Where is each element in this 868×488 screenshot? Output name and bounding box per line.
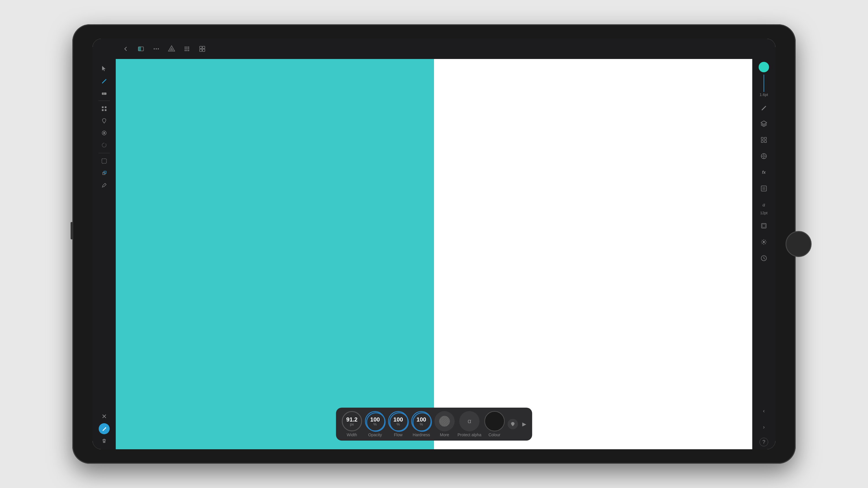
svg-rect-89 xyxy=(763,224,765,227)
separator-2 xyxy=(98,153,110,153)
hardness-label: Hardness xyxy=(412,432,430,437)
svg-point-18 xyxy=(185,46,186,48)
width-param[interactable]: 91.2 px Width xyxy=(342,411,362,437)
magic-wand-button[interactable] xyxy=(758,236,769,248)
eraser-tool[interactable] xyxy=(99,87,110,98)
hardness-circle[interactable]: 100 % xyxy=(411,411,431,431)
svg-rect-83 xyxy=(761,140,763,142)
protect-alpha-label: Protect alpha xyxy=(458,432,482,437)
dropper-tool[interactable] xyxy=(99,128,110,138)
eyedropper-tool[interactable] xyxy=(99,180,110,191)
color-circle[interactable] xyxy=(758,62,769,72)
colour-param[interactable]: Colour xyxy=(484,411,505,437)
nav-prev-button[interactable]: ‹ xyxy=(758,405,769,416)
active-brush-indicator[interactable] xyxy=(99,423,110,434)
canvas-left-bg xyxy=(116,59,434,449)
svg-rect-27 xyxy=(199,46,202,48)
more-options-button[interactable] xyxy=(151,43,162,54)
flow-circle[interactable]: 100 % xyxy=(388,411,408,431)
svg-point-14 xyxy=(156,48,157,50)
lasso-tool[interactable] xyxy=(99,140,110,151)
svg-rect-5 xyxy=(105,109,106,111)
svg-point-25 xyxy=(186,50,187,51)
trash-tool[interactable] xyxy=(99,435,110,446)
effects-button[interactable]: fx xyxy=(758,167,769,178)
canvas-thumbnail-button[interactable] xyxy=(135,43,146,54)
colour-label: Colour xyxy=(488,432,500,437)
width-circle[interactable]: 91.2 px xyxy=(342,411,362,431)
layers-button[interactable] xyxy=(758,118,769,129)
right-toolbar: 1.6pt xyxy=(752,39,775,449)
smudge-refill-button[interactable] xyxy=(507,419,518,429)
side-button[interactable] xyxy=(71,222,73,239)
svg-point-7 xyxy=(103,132,105,134)
canvas-area[interactable]: 91.2 px Width 100 % Opacity xyxy=(116,59,752,449)
more-param[interactable]: More xyxy=(434,411,455,437)
right-brushes-button[interactable] xyxy=(758,134,769,145)
width-label: Width xyxy=(347,432,357,437)
selection-tool[interactable] xyxy=(99,156,110,166)
svg-point-75 xyxy=(390,413,408,431)
help-button[interactable]: ? xyxy=(760,438,768,446)
svg-point-19 xyxy=(186,46,187,48)
brush-size-panel: 1.6pt xyxy=(760,74,768,97)
pen-tool[interactable] xyxy=(99,75,110,86)
text-tool-panel: a 12pt xyxy=(758,199,769,215)
ipad-device: ✕ xyxy=(72,24,796,464)
svg-point-15 xyxy=(158,48,159,50)
opacity-param[interactable]: 100 % Opacity xyxy=(365,411,385,437)
svg-point-24 xyxy=(185,50,186,51)
text-size-label: 12pt xyxy=(760,211,767,215)
alpha-symbol: α xyxy=(468,418,471,425)
left-toolbar: ✕ xyxy=(93,39,116,449)
hardness-progress-ring xyxy=(411,411,433,433)
history-button[interactable] xyxy=(758,253,769,264)
svg-point-76 xyxy=(413,413,431,431)
colour-button[interactable] xyxy=(484,411,505,431)
svg-point-13 xyxy=(154,48,155,50)
svg-point-20 xyxy=(188,46,189,48)
svg-rect-4 xyxy=(102,109,103,111)
flow-param[interactable]: 100 % Flow xyxy=(388,411,408,437)
svg-rect-3 xyxy=(105,106,106,108)
separator-1 xyxy=(98,101,110,101)
protect-alpha-button[interactable]: α xyxy=(460,411,480,431)
more-icon-button[interactable] xyxy=(434,411,455,431)
brushes-grid-tool[interactable] xyxy=(99,103,110,114)
text-tool-button[interactable]: a xyxy=(758,199,769,210)
svg-rect-30 xyxy=(203,49,205,52)
svg-rect-28 xyxy=(203,46,205,48)
right-selection-button[interactable] xyxy=(758,183,769,194)
back-button[interactable] xyxy=(120,43,131,54)
svg-point-23 xyxy=(188,48,189,50)
brush-edit-button[interactable] xyxy=(758,102,769,113)
clone-stamp-tool[interactable] xyxy=(99,168,110,178)
canvas-right-bg xyxy=(434,59,752,449)
app-logo-button[interactable] xyxy=(166,43,177,54)
opacity-circle[interactable]: 100 % xyxy=(365,411,385,431)
more-label: More xyxy=(440,432,449,437)
hardness-param[interactable]: 100 % Hardness xyxy=(411,411,431,437)
cursor-tool[interactable] xyxy=(99,63,110,74)
flow-label: Flow xyxy=(394,432,402,437)
svg-rect-1 xyxy=(103,93,104,95)
device-screen: ✕ xyxy=(93,39,775,449)
layout-grid-button[interactable] xyxy=(197,43,208,54)
color-size-panel: 1.6pt xyxy=(758,62,769,97)
home-button[interactable] xyxy=(785,231,812,257)
svg-rect-8 xyxy=(102,159,106,163)
close-tool[interactable]: ✕ xyxy=(99,411,110,422)
settings-button[interactable] xyxy=(758,151,769,162)
grid-view-button[interactable] xyxy=(181,43,192,54)
protect-alpha-param[interactable]: α Protect alpha xyxy=(458,411,482,437)
svg-marker-17 xyxy=(169,47,174,51)
crop-button[interactable] xyxy=(758,220,769,231)
play-arrow[interactable]: ▶ xyxy=(522,421,526,427)
width-unit: px xyxy=(350,422,354,426)
svg-point-21 xyxy=(185,48,186,50)
top-toolbar xyxy=(116,39,752,59)
svg-rect-87 xyxy=(763,187,765,190)
smudge-tool[interactable] xyxy=(99,116,110,126)
svg-point-10 xyxy=(105,427,106,428)
nav-next-button[interactable]: › xyxy=(758,422,769,432)
